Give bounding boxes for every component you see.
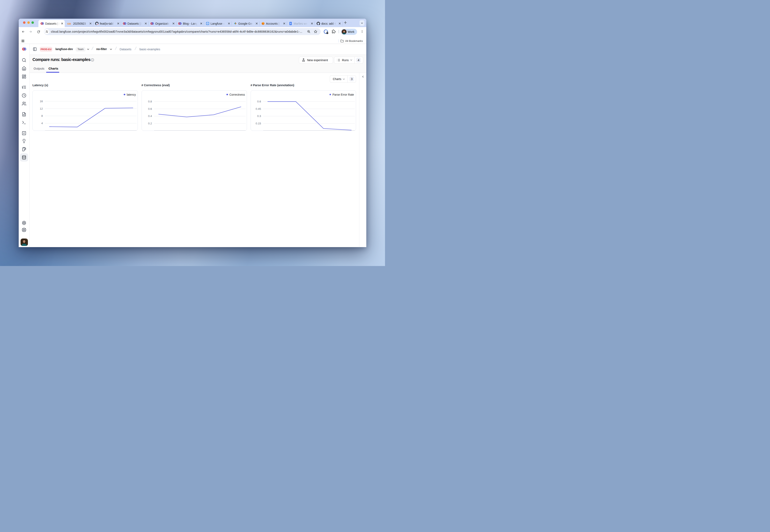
svg-text:0.15: 0.15 xyxy=(256,122,261,125)
svg-text:8: 8 xyxy=(41,114,43,117)
svg-text:0.45: 0.45 xyxy=(256,107,261,110)
svg-text:0.6: 0.6 xyxy=(148,107,152,110)
svg-text:co: co xyxy=(67,22,71,25)
svg-text:0.6: 0.6 xyxy=(257,100,261,103)
svg-text:0.4: 0.4 xyxy=(148,115,152,118)
svg-text:6: 6 xyxy=(207,23,208,25)
svg-text:16: 16 xyxy=(40,100,43,103)
svg-text:12: 12 xyxy=(40,107,43,110)
svg-text:0.3: 0.3 xyxy=(257,115,261,118)
svg-text:0.8: 0.8 xyxy=(148,100,152,103)
svg-text:0.2: 0.2 xyxy=(148,122,152,125)
svg-text:4: 4 xyxy=(41,122,43,125)
